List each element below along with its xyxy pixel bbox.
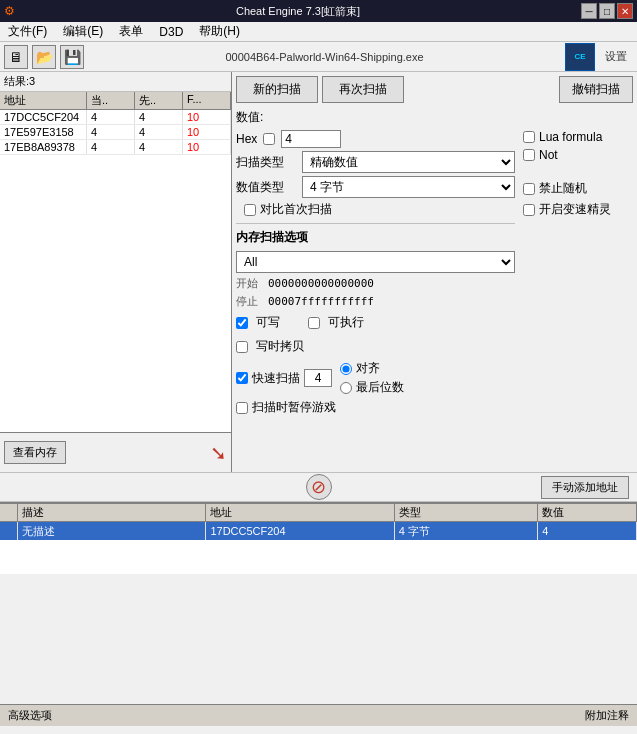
separator-1 <box>236 223 515 224</box>
hex-checkbox[interactable] <box>263 133 275 145</box>
toolbar-open-btn[interactable]: 📂 <box>32 45 56 69</box>
pause-game-checkbox[interactable] <box>236 402 248 414</box>
title-bar-icon: ⚙ <box>4 4 15 18</box>
menu-table[interactable]: 表单 <box>115 22 147 41</box>
col-header-current: 当.. <box>87 92 135 109</box>
scan-row[interactable]: 17DCC5CF204 4 4 10 <box>0 110 231 125</box>
scan-first-0: 10 <box>183 110 231 124</box>
add-address-button[interactable]: 手动添加地址 <box>541 476 629 499</box>
left-bottom: 查看内存 ➘ <box>0 432 231 472</box>
mem-start-row: 开始 0000000000000000 <box>236 276 515 291</box>
start-label: 开始 <box>236 276 264 291</box>
addr-row[interactable]: 无描述 17DCC5CF204 4 字节 4 <box>0 522 637 540</box>
no-random-checkbox[interactable] <box>523 183 535 195</box>
executable-label: 可执行 <box>328 314 364 331</box>
lua-formula-label: Lua formula <box>539 130 602 144</box>
no-random-label: 禁止随机 <box>539 180 587 197</box>
copy-on-write-checkbox[interactable] <box>236 341 248 353</box>
executable-checkbox[interactable] <box>308 317 320 329</box>
var-wiz-checkbox[interactable] <box>523 204 535 216</box>
bottom-region: 描述 地址 类型 数值 无描述 17DCC5CF204 4 字节 4 <box>0 502 637 574</box>
scan-buttons-row: 新的扫描 再次扫描 撤销扫描 <box>236 76 633 103</box>
value-row: 数值: <box>236 109 633 126</box>
stop-label: 停止 <box>236 294 264 309</box>
scan-row[interactable]: 17EB8A89378 4 4 10 <box>0 140 231 155</box>
not-checkbox[interactable] <box>523 149 535 161</box>
scan-addr-2: 17EB8A89378 <box>0 140 87 154</box>
align-radio-item: 对齐 <box>340 360 404 377</box>
menu-d3d[interactable]: D3D <box>155 24 187 40</box>
addr-value-0: 4 <box>538 522 637 540</box>
scan-addr-1: 17E597E3158 <box>0 125 87 139</box>
var-wiz-label: 开启变速精灵 <box>539 201 611 218</box>
writable-checkbox[interactable] <box>236 317 248 329</box>
value-type-select[interactable]: 4 字节 2 字节 1 字节 8 字节 Float Double <box>302 176 515 198</box>
lua-formula-row: Lua formula <box>523 130 633 144</box>
addr-desc-0: 无描述 <box>18 522 206 540</box>
arrow-down-icon: ➘ <box>210 441 227 465</box>
title-bar-controls: ─ □ ✕ <box>581 3 633 19</box>
settings-button[interactable]: 设置 <box>599 47 633 66</box>
pause-game-row: 扫描时暂停游戏 <box>236 399 515 416</box>
minimize-button[interactable]: ─ <box>581 3 597 19</box>
copy-on-write-row: 写时拷贝 <box>236 336 515 357</box>
cancel-scan-button[interactable]: 撤销扫描 <box>559 76 633 103</box>
addr-list-header: 描述 地址 类型 数值 <box>0 504 637 522</box>
not-row: Not <box>523 148 633 162</box>
scan-type-select[interactable]: 精确数值 比上次增加了 比上次减少了 变动的数值 不变的数值 <box>302 151 515 173</box>
toolbar-save-btn[interactable]: 💾 <box>60 45 84 69</box>
col-header-prev: 先.. <box>135 92 183 109</box>
value-type-row: 数值类型 4 字节 2 字节 1 字节 8 字节 Float Double <box>236 176 515 198</box>
main-area: 结果:3 地址 当.. 先.. F... 17DCC5CF204 4 4 10 … <box>0 72 637 472</box>
maximize-button[interactable]: □ <box>599 3 615 19</box>
fast-scan-checkbox[interactable] <box>236 372 248 384</box>
fast-scan-row: 快速扫描 <box>236 369 332 387</box>
memory-scan-select[interactable]: All <box>236 251 515 273</box>
status-right[interactable]: 附加注释 <box>585 708 629 723</box>
view-memory-button[interactable]: 查看内存 <box>4 441 66 464</box>
stop-button[interactable]: ⊘ <box>306 474 332 500</box>
mem-scan-label: 内存扫描选项 <box>236 229 515 246</box>
compare-first-checkbox[interactable] <box>244 204 256 216</box>
scan-table-header: 地址 当.. 先.. F... <box>0 92 231 110</box>
title-bar: ⚙ Cheat Engine 7.3[虹箭束] ─ □ ✕ <box>0 0 637 22</box>
col-addr-header: 地址 <box>206 504 394 521</box>
next-scan-button[interactable]: 再次扫描 <box>322 76 404 103</box>
value-input[interactable] <box>281 130 341 148</box>
menu-edit[interactable]: 编辑(E) <box>59 22 107 41</box>
compare-first-label: 对比首次扫描 <box>260 201 332 218</box>
left-panel: 结果:3 地址 当.. 先.. F... 17DCC5CF204 4 4 10 … <box>0 72 232 472</box>
col-desc-header: 描述 <box>18 504 206 521</box>
menu-bar: 文件(F) 编辑(E) 表单 D3D 帮助(H) <box>0 22 637 42</box>
new-scan-button[interactable]: 新的扫描 <box>236 76 318 103</box>
scan-row[interactable]: 17E597E3158 4 4 10 <box>0 125 231 140</box>
copy-on-write-label: 写时拷贝 <box>256 338 304 355</box>
compare-first-row: 对比首次扫描 <box>236 201 515 218</box>
close-button[interactable]: ✕ <box>617 3 633 19</box>
rwx-row: 可写 可执行 <box>236 312 515 333</box>
addr-list-body: 无描述 17DCC5CF204 4 字节 4 <box>0 522 637 574</box>
status-bar: 高级选项 附加注释 <box>0 704 637 726</box>
toolbar-screen-btn[interactable]: 🖥 <box>4 45 28 69</box>
col-type-header: 类型 <box>395 504 539 521</box>
menu-help[interactable]: 帮助(H) <box>195 22 244 41</box>
scan-type-label: 扫描类型 <box>236 154 296 171</box>
middle-divider: ⊘ 手动添加地址 <box>0 472 637 502</box>
addr-active-0 <box>0 522 18 540</box>
results-count: 结果:3 <box>0 72 231 92</box>
menu-file[interactable]: 文件(F) <box>4 22 51 41</box>
col-header-first: F... <box>183 92 231 109</box>
scan-table-body: 17DCC5CF204 4 4 10 17E597E3158 4 4 10 17… <box>0 110 231 432</box>
spacer <box>523 166 633 176</box>
align-label: 对齐 <box>356 360 380 377</box>
fast-scan-input[interactable] <box>304 369 332 387</box>
scan-addr-0: 17DCC5CF204 <box>0 110 87 124</box>
align-radio[interactable] <box>340 363 352 375</box>
scan-cur-1: 4 <box>87 125 135 139</box>
lua-formula-checkbox[interactable] <box>523 131 535 143</box>
status-left[interactable]: 高级选项 <box>8 708 52 723</box>
last-digit-radio[interactable] <box>340 382 352 394</box>
start-value: 0000000000000000 <box>268 277 374 290</box>
writable-label: 可写 <box>256 314 280 331</box>
not-label: Not <box>539 148 558 162</box>
